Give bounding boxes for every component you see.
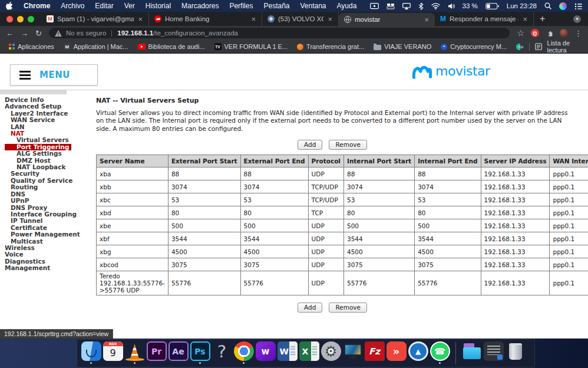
bookmark-application-mac[interactable]: MApplication | Mac...	[60, 42, 133, 51]
menu-item-ayuda[interactable]: Ayuda	[337, 2, 357, 10]
tab-close-icon[interactable]: ×	[250, 15, 256, 23]
table-header-row: Server NameExternal Port StartExternal P…	[97, 155, 588, 167]
apple-icon[interactable]	[6, 2, 13, 10]
tab-responder-a-mensaje-comu[interactable]: MResponder a mensaje - Comun×	[435, 12, 534, 26]
dock-item-chrome[interactable]	[233, 340, 255, 366]
tab-close-icon[interactable]: ×	[137, 15, 143, 23]
dock-item-vlc[interactable]	[124, 340, 146, 366]
dock-item-photoshop[interactable]: Ps	[189, 340, 211, 366]
minimize-window-button[interactable]	[17, 16, 24, 22]
screen-mirroring-icon[interactable]	[370, 3, 379, 9]
bookmark-ver-formula-1-e[interactable]: TVVER FORMULA 1 E...	[210, 42, 292, 51]
siri-icon[interactable]	[559, 2, 567, 10]
chrome-tab-strip: MSpam (1) - vigarvei@gmail.com×Home Bank…	[0, 12, 588, 26]
dock-item-filezilla[interactable]: Fz	[364, 340, 385, 366]
menu-item-marcadores[interactable]: Marcadores	[181, 2, 219, 10]
menu-item-pesta-a[interactable]: Pestaña	[263, 2, 289, 10]
security-label[interactable]: No es seguro	[66, 29, 106, 37]
bookmarks-overflow-button[interactable]: »	[520, 43, 524, 50]
tab-movistar[interactable]: movistar×	[339, 13, 435, 26]
add-button-top[interactable]: Add	[298, 140, 322, 150]
reload-button[interactable]: ↻	[35, 29, 42, 37]
dock-item-premiere[interactable]: Pr	[146, 340, 167, 366]
table-cell: 500	[343, 219, 414, 232]
tab-close-icon[interactable]: ×	[424, 16, 430, 24]
close-window-button[interactable]	[6, 16, 13, 22]
tab-53-volvo-xc40-cma-2018[interactable]: (53) VOLVO XC40 (CMA: 2018×	[262, 12, 339, 26]
bookmark-transferencia-grat[interactable]: Transferencia grat...	[293, 42, 368, 51]
address-bar[interactable]: No es seguro 192.168.1.1/te_configuracio…	[49, 28, 510, 38]
menubar-clock[interactable]: Lun 23:28	[507, 2, 537, 9]
menu-item-ventana[interactable]: Ventana	[300, 2, 326, 10]
bookmark-aplicaciones[interactable]: Aplicaciones	[5, 42, 58, 51]
remove-button-bottom[interactable]: Remove	[329, 303, 367, 313]
tab-spam-1-vigarvei-gmail-co[interactable]: MSpam (1) - vigarvei@gmail.com×	[41, 12, 149, 26]
dock-item-calendar[interactable]: AGO9	[102, 340, 124, 366]
volume-icon[interactable]	[448, 3, 455, 9]
dock-item-trash[interactable]	[504, 340, 526, 366]
dock-item-anydesk[interactable]: »	[385, 340, 407, 366]
table-cell: 500	[240, 219, 308, 232]
sidebar-nav: Device InfoAdvanced SetupLayer2 Interfac…	[0, 97, 92, 272]
dock-item-documents[interactable]	[483, 340, 504, 366]
chrome-menu-icon[interactable]: ⋮	[574, 29, 582, 37]
adblock-extension-icon[interactable]	[531, 29, 539, 37]
control-center-icon[interactable]	[574, 3, 582, 9]
profile-avatar[interactable]	[560, 29, 568, 37]
menu-item-archivo[interactable]: Archivo	[61, 2, 84, 10]
sidebar-item-alg-settings[interactable]: ALG Settings	[0, 150, 92, 157]
sidebar-item-management[interactable]: Management	[0, 265, 92, 271]
dock-item-system-preferences[interactable]: ⚙	[320, 340, 342, 366]
bluetooth-icon[interactable]	[418, 2, 424, 10]
dock-item-deluge[interactable]: ▲	[407, 340, 429, 366]
bookmark-biblioteca-de-audi[interactable]: Biblioteca de audi...	[134, 42, 209, 51]
spotlight-icon[interactable]	[544, 2, 551, 9]
dock-item-display[interactable]	[342, 340, 364, 366]
bookmark-cryptocurrency-m[interactable]: *Cryptocurrency M...	[437, 42, 511, 51]
tab-close-icon[interactable]: ×	[327, 15, 333, 23]
reading-list-label[interactable]: Lista de lectura	[547, 40, 583, 54]
new-tab-button[interactable]: +	[534, 12, 551, 26]
dock-item-unknown-app[interactable]: ?	[211, 340, 233, 366]
menu-item-perfiles[interactable]: Perfiles	[229, 2, 253, 10]
photoshop-icon: Ps	[190, 341, 210, 361]
sidebar-item-wan-service[interactable]: WAN Service	[0, 117, 92, 123]
add-button-bottom[interactable]: Add	[298, 303, 322, 313]
forward-button[interactable]: →	[21, 29, 28, 37]
word-icon: W	[278, 341, 298, 361]
bookmark-star-icon[interactable]: ☆	[517, 29, 524, 37]
stacks-icon[interactable]	[387, 3, 395, 9]
back-button[interactable]: ←	[6, 29, 14, 37]
menu-item-chrome[interactable]: Chrome	[24, 2, 50, 10]
bookmark-viaje-verano[interactable]: VIAJE VERANO	[369, 42, 435, 51]
battery-icon[interactable]	[485, 3, 499, 9]
dock-item-finder[interactable]	[80, 340, 102, 366]
sidebar-item-upnp[interactable]: UPnP	[0, 198, 92, 204]
airplay-icon[interactable]	[402, 3, 411, 9]
zoom-window-button[interactable]	[28, 16, 34, 22]
table-cell: ppp0.1	[550, 258, 588, 271]
dock-item-after-effects[interactable]: Ae	[167, 340, 189, 366]
status-url-text: 192.168.1.1/scprttrg.cmd?action=view	[4, 330, 108, 337]
dock-item-whatsapp[interactable]: ☎	[429, 340, 451, 366]
sidebar-item-ip-tunnel[interactable]: IP Tunnel	[0, 218, 92, 224]
tab-search-button[interactable]: ▾	[573, 12, 581, 26]
sidebar-item-routing[interactable]: Routing	[0, 184, 92, 190]
bookmark-live-coin-watch[interactable]: ~Live Coin Watch:...	[512, 42, 520, 51]
wifi-icon[interactable]	[431, 3, 440, 9]
menu-button[interactable]: MENU	[10, 64, 98, 86]
tab-close-icon[interactable]: ×	[522, 15, 528, 23]
dock-item-wondershare[interactable]: w	[255, 340, 276, 366]
tab-home-banking[interactable]: Home Banking×	[149, 12, 262, 26]
column-header-external-port-start: External Port Start	[168, 155, 240, 167]
dock-item-word[interactable]: W	[276, 340, 298, 366]
remove-button-top[interactable]: Remove	[329, 140, 367, 150]
extensions-puzzle-icon[interactable]	[546, 29, 553, 37]
sidebar-item-power-management[interactable]: Power Management	[0, 231, 92, 238]
menu-item-ver[interactable]: Ver	[124, 2, 135, 10]
dock-item-downloads-folder[interactable]	[461, 340, 483, 366]
menu-item-editar[interactable]: Editar	[95, 2, 113, 10]
menu-item-historial[interactable]: Historial	[146, 2, 171, 10]
movistar-m-icon	[411, 62, 432, 80]
dock-item-excel[interactable]: X	[298, 340, 320, 366]
